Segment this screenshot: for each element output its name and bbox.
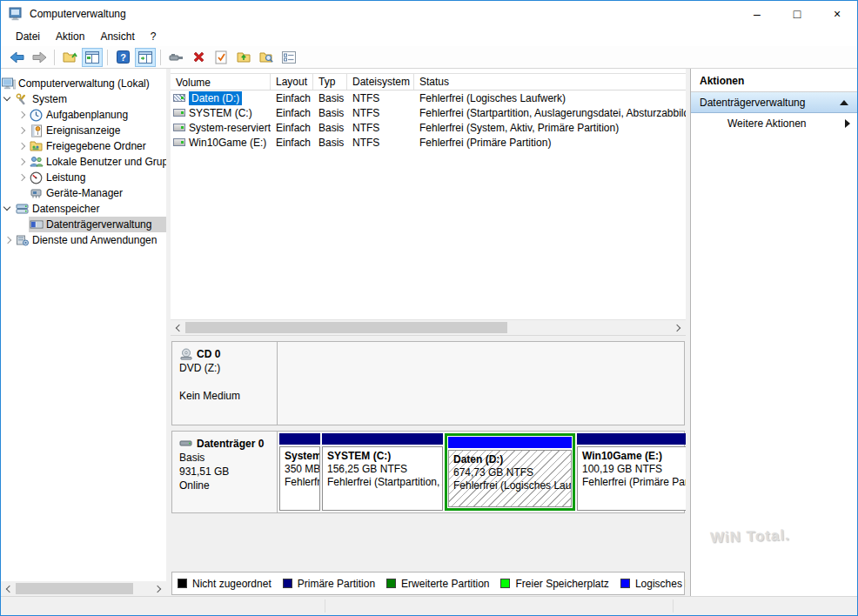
scroll-left-icon[interactable] [1, 581, 16, 596]
volume-list-horizontal-scrollbar[interactable] [171, 320, 686, 335]
help-button[interactable]: ? [112, 48, 133, 67]
tree-item-dienste-und-anwendungen[interactable]: Dienste und Anwendungen [1, 232, 166, 248]
menu-hilfe[interactable]: ? [143, 29, 164, 44]
partition-legend: Nicht zugeordnet Primäre Partition Erwei… [171, 572, 685, 595]
legend-color-extended [386, 579, 396, 588]
partition-daten-d-selected[interactable]: Daten (D:) 674,73 GB NTFS Fehlerfrei (Lo… [445, 433, 575, 511]
column-header-dateisystem[interactable]: Dateisystem [347, 74, 414, 90]
cd-drive-type: DVD (Z:) [179, 361, 271, 375]
actions-item-weitere-aktionen[interactable]: Weitere Aktionen [691, 113, 857, 134]
up-level-button[interactable] [59, 48, 80, 67]
tree-horizontal-scrollbar[interactable] [1, 581, 166, 596]
column-header-typ[interactable]: Typ [313, 74, 347, 90]
minimize-button[interactable]: – [737, 1, 777, 27]
tree-item-system[interactable]: System [1, 91, 166, 107]
cell-layout: Einfach [271, 92, 313, 104]
partition-info: 100,19 GB NTFS [582, 463, 682, 476]
scroll-right-icon[interactable] [151, 581, 166, 596]
tree-item-leistung[interactable]: Leistung [1, 170, 166, 185]
event-viewer-icon [29, 124, 44, 137]
mark-active-button[interactable] [211, 48, 231, 67]
scrollbar-thumb[interactable] [16, 583, 133, 594]
disk0-row[interactable]: Datenträger 0 Basis 931,51 GB Online Sys… [171, 431, 685, 513]
tree-item-datenspeicher[interactable]: Datenspeicher [1, 201, 166, 217]
open-button[interactable] [233, 48, 254, 67]
chevron-collapsed-icon[interactable] [15, 108, 29, 122]
properties-button[interactable] [278, 48, 299, 67]
partition-system-c[interactable]: SYSTEM (C:) 156,25 GB NTFS Fehlerfrei (S… [322, 433, 443, 511]
actions-group-datentraegerverwaltung[interactable]: Datenträgerverwaltung [691, 92, 857, 113]
disk-management-panel: Volume Layout Typ Dateisystem Status Dat… [171, 69, 686, 596]
scroll-left-icon[interactable] [171, 320, 185, 335]
chevron-expanded-icon[interactable] [1, 202, 15, 216]
cell-typ: Basis [313, 107, 347, 119]
tree-item-label: Lokale Benutzer und Gruppen [44, 155, 166, 169]
volume-row-system-reserviert[interactable]: System-reserviert Einfach Basis NTFS Feh… [171, 120, 686, 135]
tree-item-computerverwaltung-lokal[interactable]: Computerverwaltung (Lokal) [1, 76, 166, 91]
legend-label: Erweiterte Partition [401, 578, 489, 590]
computer-management-window: Computerverwaltung – □ × Datei Aktion An… [0, 0, 858, 616]
chevron-collapsed-icon[interactable] [15, 139, 29, 153]
menu-ansicht[interactable]: Ansicht [92, 29, 142, 44]
graphical-view: CD 0 DVD (Z:) Kein Medium Datenträger 0 [171, 339, 686, 596]
console-tree-panel: Computerverwaltung (Lokal) System Aufga [1, 69, 166, 596]
back-button[interactable] [6, 48, 27, 67]
menu-aktion[interactable]: Aktion [48, 29, 92, 44]
delete-volume-button[interactable] [188, 48, 209, 67]
chevron-collapsed-icon[interactable] [15, 171, 29, 184]
collapse-icon[interactable] [840, 100, 848, 105]
tree-item-label: Aufgabenplanung [44, 108, 131, 122]
partition-system-reserviert[interactable]: System-reserviert 350 MB NTFS Fehlerfrei… [279, 433, 320, 511]
legend-item-primaere-partition: Primäre Partition [283, 578, 375, 590]
toolbar-separator [107, 50, 108, 65]
tree-item-geraete-manager[interactable]: Geräte-Manager [1, 185, 166, 201]
chevron-collapsed-icon[interactable] [15, 124, 29, 137]
volume-row-system-c[interactable]: SYSTEM (C:) Einfach Basis NTFS Fehlerfre… [171, 105, 686, 120]
disk0-capacity: 931,51 GB [179, 465, 271, 479]
column-header-layout[interactable]: Layout [271, 74, 313, 90]
partition-win10game-e[interactable]: Win10Game (E:) 100,19 GB NTFS Fehlerfrei… [577, 433, 687, 511]
chevron-collapsed-icon[interactable] [15, 155, 29, 169]
volume-row-win10game[interactable]: Win10Game (E:) Einfach Basis NTFS Fehler… [171, 135, 686, 150]
submenu-arrow-icon [845, 119, 850, 128]
tree-item-label: Geräte-Manager [44, 186, 125, 200]
svg-text:?: ? [120, 52, 126, 63]
tree-item-freigegebene-ordner[interactable]: Freigegebene Ordner [1, 138, 166, 154]
legend-label: Nicht zugeordnet [192, 578, 271, 590]
partition-color-bar [322, 433, 443, 445]
delete-x-icon [192, 50, 205, 64]
menu-datei[interactable]: Datei [8, 29, 48, 44]
services-icon [15, 233, 30, 247]
toolbar: ? [1, 46, 857, 69]
cell-dateisystem: NTFS [347, 92, 414, 104]
title-bar: Computerverwaltung – □ × [1, 1, 857, 27]
scrollbar-thumb[interactable] [185, 322, 507, 333]
tree-item-ereignisanzeige[interactable]: Ereignisanzeige [1, 123, 166, 138]
rescan-disks-button[interactable] [165, 48, 186, 67]
tree-item-label: System [30, 92, 70, 106]
close-button[interactable]: × [817, 1, 857, 27]
legend-color-unallocated [178, 579, 187, 588]
scroll-right-icon[interactable] [671, 320, 686, 335]
tree-item-label: Ereignisanzeige [44, 124, 123, 137]
cell-status: Fehlerfrei (Startpartition, Auslagerungs… [414, 107, 686, 119]
disk0-name: Datenträger 0 [197, 437, 264, 451]
legend-color-logical [620, 579, 630, 588]
maximize-button[interactable]: □ [777, 1, 817, 27]
tree-item-datentraegerverwaltung[interactable]: Datenträgerverwaltung [1, 217, 166, 232]
chevron-expanded-icon[interactable] [1, 92, 15, 106]
column-header-volume[interactable]: Volume [171, 74, 271, 90]
volume-name: SYSTEM (C:) [189, 107, 252, 119]
toggle-action-pane-button[interactable] [135, 48, 156, 67]
shared-folders-icon [29, 139, 44, 153]
explore-button[interactable] [256, 48, 277, 67]
folder-up-icon [63, 50, 77, 64]
tree-item-aufgabenplanung[interactable]: Aufgabenplanung [1, 107, 166, 123]
column-header-status[interactable]: Status [414, 74, 686, 90]
forward-button[interactable] [29, 48, 50, 67]
toggle-console-tree-button[interactable] [82, 48, 103, 67]
tree-item-lokale-benutzer-und-gruppen[interactable]: Lokale Benutzer und Gruppen [1, 154, 166, 170]
volume-row-daten[interactable]: Daten (D:) Einfach Basis NTFS Fehlerfrei… [171, 90, 686, 105]
cd-drive-row[interactable]: CD 0 DVD (Z:) Kein Medium [171, 341, 685, 425]
chevron-collapsed-icon[interactable] [1, 233, 15, 247]
